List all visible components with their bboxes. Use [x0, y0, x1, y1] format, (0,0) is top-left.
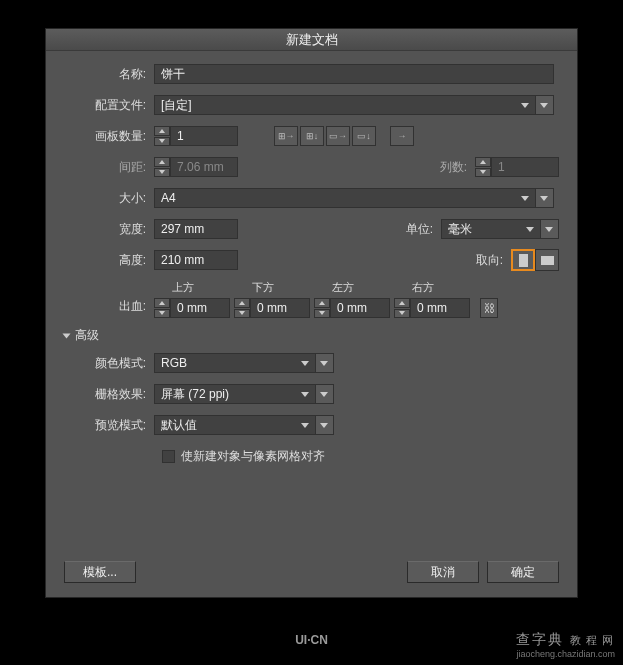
dialog-footer: 模板... 取消 确定: [64, 561, 559, 583]
units-label: 单位:: [391, 221, 441, 238]
watermark-tag: 教 程 网: [570, 634, 614, 646]
raster-dropdown-btn[interactable]: [316, 384, 334, 404]
colormode-dropdown[interactable]: RGB: [154, 353, 316, 373]
template-button[interactable]: 模板...: [64, 561, 136, 583]
dialog-content: 名称: 配置文件: [自定] 画板数量: ⊞→ ⊞↓ ▭→ ▭↓ → 间距:: [46, 51, 577, 488]
colormode-dropdown-btn[interactable]: [316, 353, 334, 373]
name-label: 名称:: [64, 66, 154, 83]
rtl-icon[interactable]: →: [390, 126, 414, 146]
raster-dropdown[interactable]: 屏幕 (72 ppi): [154, 384, 316, 404]
columns-stepper: [475, 157, 491, 177]
bleed-top-input[interactable]: [170, 298, 230, 318]
artboards-label: 画板数量:: [64, 128, 154, 145]
preview-dropdown-btn[interactable]: [316, 415, 334, 435]
units-dropdown-btn[interactable]: [541, 219, 559, 239]
grid-by-row-icon[interactable]: ⊞→: [274, 126, 298, 146]
advanced-disclosure[interactable]: 高级: [64, 327, 559, 344]
columns-input: [491, 157, 559, 177]
size-value: A4: [161, 191, 176, 205]
bleed-right-label: 右方: [394, 280, 470, 295]
size-dropdown-btn[interactable]: [536, 188, 554, 208]
preview-value: 默认值: [161, 417, 197, 434]
align-pixel-grid-label: 使新建对象与像素网格对齐: [181, 448, 325, 465]
profile-dropdown-btn[interactable]: [536, 95, 554, 115]
height-label: 高度:: [64, 252, 154, 269]
bleed-top-stepper[interactable]: [154, 298, 170, 318]
spacing-input: [170, 157, 238, 177]
bleed-bottom-stepper[interactable]: [234, 298, 250, 318]
size-dropdown[interactable]: A4: [154, 188, 536, 208]
colormode-label: 颜色模式:: [64, 355, 154, 372]
bleed-top-label: 上方: [154, 280, 230, 295]
arrange-down-icon[interactable]: ▭↓: [352, 126, 376, 146]
bleed-right-stepper[interactable]: [394, 298, 410, 318]
preview-dropdown[interactable]: 默认值: [154, 415, 316, 435]
link-bleed-icon[interactable]: ⛓: [480, 298, 498, 318]
profile-dropdown[interactable]: [自定]: [154, 95, 536, 115]
width-input[interactable]: [154, 219, 238, 239]
columns-label: 列数:: [425, 159, 475, 176]
spacing-stepper: [154, 157, 170, 177]
width-label: 宽度:: [64, 221, 154, 238]
orient-portrait-btn[interactable]: [511, 249, 535, 271]
dialog-title: 新建文档: [46, 29, 577, 51]
advanced-label: 高级: [75, 327, 99, 344]
colormode-value: RGB: [161, 356, 187, 370]
cancel-button[interactable]: 取消: [407, 561, 479, 583]
bleed-left-stepper[interactable]: [314, 298, 330, 318]
raster-value: 屏幕 (72 ppi): [161, 386, 229, 403]
bleed-left-input[interactable]: [330, 298, 390, 318]
name-input[interactable]: [154, 64, 554, 84]
height-input[interactable]: [154, 250, 238, 270]
profile-value: [自定]: [161, 97, 192, 114]
raster-label: 栅格效果:: [64, 386, 154, 403]
bleed-bottom-label: 下方: [234, 280, 310, 295]
size-label: 大小:: [64, 190, 154, 207]
spacing-label: 间距:: [64, 159, 154, 176]
units-dropdown[interactable]: 毫米: [441, 219, 541, 239]
ok-button[interactable]: 确定: [487, 561, 559, 583]
arrange-right-icon[interactable]: ▭→: [326, 126, 350, 146]
artboards-input[interactable]: [170, 126, 238, 146]
preview-label: 预览模式:: [64, 417, 154, 434]
bleed-label: 出血:: [64, 298, 154, 318]
bleed-left-label: 左方: [314, 280, 390, 295]
grid-by-col-icon[interactable]: ⊞↓: [300, 126, 324, 146]
new-document-dialog: 新建文档 名称: 配置文件: [自定] 画板数量: ⊞→ ⊞↓ ▭→ ▭↓ →: [45, 28, 578, 598]
profile-label: 配置文件:: [64, 97, 154, 114]
align-pixel-grid-checkbox[interactable]: [162, 450, 175, 463]
bleed-bottom-input[interactable]: [250, 298, 310, 318]
logo-text: UI·CN: [295, 633, 328, 647]
watermark-url: jiaocheng.chazidian.com: [516, 649, 615, 659]
orient-label: 取向:: [461, 252, 511, 269]
bleed-right-input[interactable]: [410, 298, 470, 318]
watermark-brand: 查字典: [516, 631, 564, 647]
orient-landscape-btn[interactable]: [535, 249, 559, 271]
watermark: 查字典 教 程 网 jiaocheng.chazidian.com: [516, 631, 615, 659]
artboards-stepper[interactable]: [154, 126, 170, 146]
units-value: 毫米: [448, 221, 472, 238]
